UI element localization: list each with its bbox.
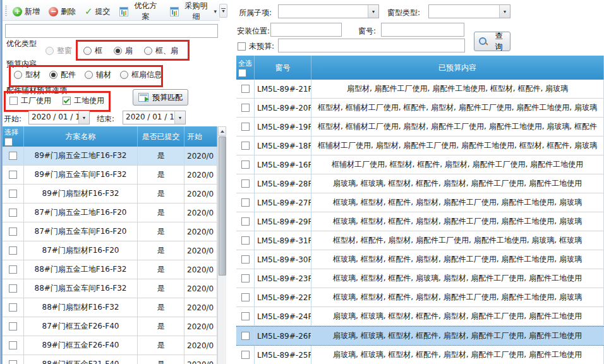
- opt-type-frame[interactable]: 框: [83, 46, 102, 56]
- plan-row[interactable]: 89#门扇型材F16-F32 是 2020/0: [3, 185, 217, 203]
- window-row[interactable]: LM5L-89#-18F16 框辅材工厂使用, 扇型材, 扇配件工厂使用, 扇配…: [236, 136, 604, 155]
- window-row-checkbox[interactable]: [241, 255, 250, 264]
- plan-row-checkbox[interactable]: [9, 360, 17, 364]
- budget-auxiliary[interactable]: 辅材: [85, 70, 111, 80]
- chk-label: 工地使用: [74, 95, 104, 106]
- window-row[interactable]: LM5L-89#-23F21 框玻璃, 框型材, 框配件, 扇玻璃, 扇型材, …: [236, 269, 604, 288]
- submit-button[interactable]: ✓ 提交: [82, 5, 114, 18]
- window-row[interactable]: LM5L-89#-30F28 框玻璃, 框型材, 框配件, 扇型材, 扇配件工厂…: [236, 250, 604, 269]
- plan-row[interactable]: 89#门扇五金工地F16-F32 是 2020/0: [3, 147, 217, 166]
- plan-row[interactable]: 87#门框五金F26-F40 是 2020/0: [3, 317, 217, 336]
- plan-start-cell: 2020/0: [184, 355, 217, 364]
- window-type-select[interactable]: ▾: [428, 4, 510, 18]
- window-row[interactable]: LM5L-89#-27F25 框玻璃, 框型材, 框配件, 扇型材, 扇配件工厂…: [236, 193, 604, 212]
- not-budgeted-input[interactable]: [278, 39, 465, 52]
- window-row-checkbox[interactable]: [241, 85, 250, 93]
- toolbar-overflow-button[interactable]: ▾: [219, 4, 227, 18]
- sub-item-select[interactable]: ▾: [278, 4, 379, 18]
- window-row[interactable]: LM5L-89#-20F18 框型材, 框辅材工厂使用, 框配件, 扇型材, 扇…: [236, 99, 604, 118]
- budget-profile[interactable]: 型材: [14, 70, 40, 80]
- window-no-input[interactable]: [381, 23, 464, 37]
- plan-row[interactable]: 88#门框五金F21-F40 是 2020/0: [3, 355, 217, 364]
- window-row[interactable]: LM5L-89#-24F22 扇玻璃, 框玻璃, 框型材, 框配件, 扇型材, …: [236, 307, 604, 326]
- plan-row-checkbox[interactable]: [9, 209, 17, 217]
- window-row-checkbox[interactable]: [241, 351, 250, 359]
- toolbar-grip[interactable]: [5, 6, 7, 17]
- window-row-checkbox[interactable]: [241, 179, 250, 188]
- opt-type-whole-window[interactable]: 整窗: [45, 46, 72, 56]
- window-row-checkbox[interactable]: [241, 332, 250, 340]
- end-date-picker[interactable]: 2020 / 01 / 13 ▾: [123, 111, 186, 124]
- plan-row-checkbox[interactable]: [9, 341, 17, 349]
- window-row[interactable]: LM5L-89#-21F19 扇型材, 扇配件工厂使用, 扇配件工地使用, 框型…: [236, 80, 604, 99]
- opt-type-sash[interactable]: 扇: [114, 46, 133, 56]
- window-type-caret-icon[interactable]: ▾: [499, 5, 510, 18]
- end-date-caret-icon[interactable]: ▾: [174, 111, 185, 124]
- plan-row[interactable]: 87#门扇五金工地F16-F20 是 2020/0: [3, 203, 217, 222]
- scroll-up-button[interactable]: [218, 126, 226, 136]
- window-row[interactable]: LM5L-89#-19F17 框型材, 框辅材工厂使用, 扇型材, 扇配件工厂使…: [236, 118, 604, 136]
- plan-name-cell: 88#门框五金F21-F40: [24, 355, 138, 364]
- window-row[interactable]: LM5L-89#-25F23 扇玻璃, 框玻璃, 框型材, 框配件, 扇型材, …: [236, 346, 604, 364]
- window-row-checkbox[interactable]: [241, 236, 250, 245]
- plan-row[interactable]: 87#门扇型材F16-F20 是 2020/0: [3, 241, 217, 260]
- window-row[interactable]: LM5L-89#-26F24 扇玻璃, 框玻璃, 框型材, 框配件, 扇型材, …: [236, 326, 604, 346]
- plan-row-checkbox[interactable]: [9, 322, 17, 331]
- budget-accessory[interactable]: 配件: [49, 70, 76, 80]
- plan-row-checkbox[interactable]: [9, 303, 17, 312]
- start-date-caret-icon[interactable]: ▾: [78, 111, 89, 124]
- optimize-plan-button[interactable]: 优化方案: [116, 0, 164, 23]
- site-use-checkbox[interactable]: 工地使用: [63, 95, 104, 106]
- plan-row-checkbox[interactable]: [9, 152, 17, 160]
- delete-button[interactable]: − 删除: [45, 5, 79, 18]
- window-row-checkbox[interactable]: [241, 293, 250, 301]
- opt-label: 扇: [125, 46, 133, 56]
- window-row-checkbox[interactable]: [241, 217, 250, 226]
- start-date-picker[interactable]: 2020 / 01 / 1 ▾: [28, 111, 90, 124]
- window-row-checkbox[interactable]: [241, 198, 250, 207]
- opt-type-frame-sash[interactable]: 框、扇: [144, 46, 178, 56]
- window-row[interactable]: LM5L-89#-31F29 框型材, 框配件, 扇型材, 扇配件工厂使用, 扇…: [236, 231, 604, 250]
- window-row[interactable]: LM5L-89#-22F20 框玻璃, 框型材, 框配件, 扇型材, 扇配件工厂…: [236, 288, 604, 307]
- plan-row[interactable]: 88#门扇五金车间F16-F32 是 2020/0: [3, 279, 217, 298]
- window-row-checkbox[interactable]: [241, 142, 250, 150]
- factory-use-checkbox[interactable]: 工厂使用: [9, 95, 51, 106]
- plan-row-checkbox[interactable]: [9, 265, 17, 274]
- plan-row[interactable]: 87#门扇五金车间F16-F20 是 2020/0: [3, 222, 217, 241]
- window-row[interactable]: LM5L-89#-29F27 框玻璃, 框型材, 框配件, 扇型材, 扇配件工厂…: [236, 212, 604, 231]
- window-row[interactable]: LM5L-89#-16F15 框辅材工厂使用, 框型材, 框配件, 扇型材, 扇…: [236, 155, 604, 174]
- window-row-checkbox[interactable]: [241, 123, 250, 131]
- window-row[interactable]: LM5L-89#-28F26 扇玻璃, 框玻璃, 框型材, 框配件, 扇型材, …: [236, 174, 604, 193]
- opt-type-group: 整窗 框 扇 框、扇: [45, 46, 178, 56]
- plan-table-scrollbar[interactable]: [217, 126, 226, 364]
- budgeted-content-cell: 扇型材, 扇配件工厂使用, 扇配件工地使用, 框型材, 框配件, 扇玻璃: [311, 80, 604, 98]
- plan-start-cell: 2020/0: [184, 298, 217, 317]
- window-row-checkbox[interactable]: [241, 274, 250, 282]
- budget-frame-sash-info[interactable]: 框扇信息: [120, 70, 162, 80]
- not-budgeted-checkbox[interactable]: 未预算:: [238, 41, 274, 52]
- plan-row-checkbox[interactable]: [9, 284, 17, 293]
- purchase-detail-button[interactable]: 采购明细 ▾: [167, 0, 220, 23]
- plan-row[interactable]: 88#门扇五金工地F16-F32 是 2020/0: [3, 260, 217, 279]
- plan-row[interactable]: 88#门扇型材F16-F32 是 2020/0: [3, 298, 217, 317]
- window-row-checkbox[interactable]: [241, 161, 250, 169]
- plan-row[interactable]: 89#门框五金F26-F40 是 2020/0: [3, 336, 217, 355]
- plan-select-all-checkbox[interactable]: [4, 138, 13, 146]
- plan-row-checkbox[interactable]: [9, 246, 17, 255]
- plan-row[interactable]: 89#门扇五金车间F16-F32 是 2020/0: [3, 166, 217, 185]
- sub-item-caret-icon[interactable]: ▾: [368, 5, 378, 18]
- add-button[interactable]: + 新增: [9, 5, 43, 18]
- budget-match-button[interactable]: 预算匹配: [133, 89, 188, 106]
- window-row-checkbox[interactable]: [241, 312, 250, 320]
- select-all-checkbox[interactable]: [238, 69, 246, 77]
- plan-row-checkbox[interactable]: [9, 171, 17, 179]
- budgeted-content-cell: 框玻璃, 框型材, 框配件, 扇型材, 扇配件工厂使用, 扇配件工地使用, 扇玻…: [311, 250, 604, 269]
- window-row-checkbox[interactable]: [241, 104, 250, 112]
- plan-filter-input[interactable]: [5, 24, 218, 38]
- plan-row-checkbox[interactable]: [9, 190, 17, 198]
- window-row-select-cell: [236, 99, 255, 117]
- plan-row-checkbox[interactable]: [9, 228, 17, 236]
- query-button[interactable]: 查询: [474, 32, 510, 51]
- install-pos-input[interactable]: [270, 23, 342, 37]
- scrollbar-thumb[interactable]: [219, 136, 226, 276]
